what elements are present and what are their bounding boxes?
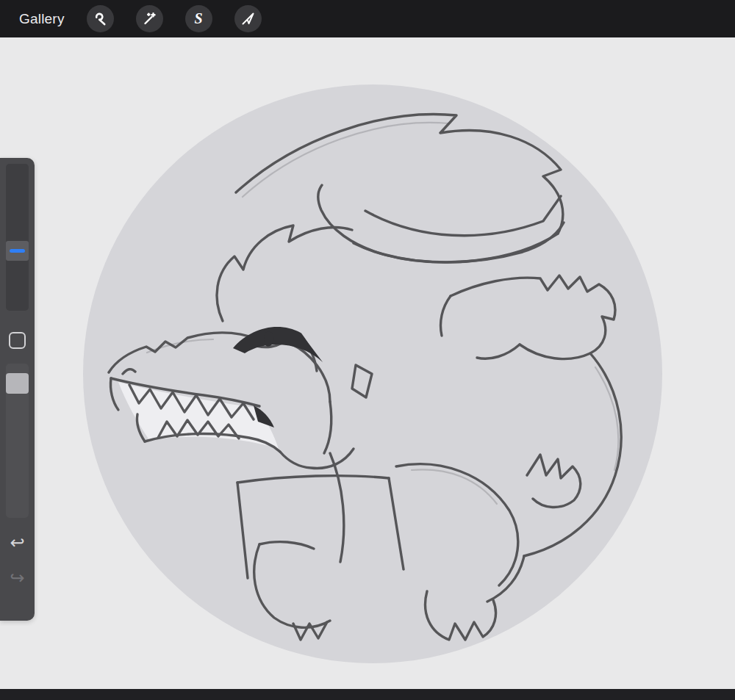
wrench-icon bbox=[93, 11, 108, 26]
selection-button[interactable]: S bbox=[185, 5, 212, 32]
brush-size-indicator bbox=[10, 249, 25, 253]
brush-size-slider[interactable] bbox=[6, 164, 29, 311]
circular-canvas bbox=[83, 84, 662, 663]
actions-button[interactable] bbox=[87, 5, 114, 32]
sidebar-controls: ↩ ↪ bbox=[0, 158, 35, 621]
undo-button[interactable]: ↩ bbox=[0, 534, 35, 552]
magic-wand-icon bbox=[142, 11, 157, 26]
gallery-button[interactable]: Gallery bbox=[19, 11, 65, 27]
opacity-slider[interactable] bbox=[6, 364, 29, 518]
adjustments-button[interactable] bbox=[136, 5, 163, 32]
top-toolbar: Gallery bbox=[0, 0, 735, 37]
bottom-bar bbox=[0, 689, 735, 700]
transform-arrow-icon bbox=[240, 11, 256, 26]
opacity-slider-thumb[interactable] bbox=[6, 373, 29, 394]
procreate-app: Gallery bbox=[0, 0, 735, 700]
canvas-artwork bbox=[0, 0, 735, 700]
modify-button[interactable] bbox=[9, 332, 26, 349]
canvas-area[interactable]: ↩ ↪ bbox=[0, 37, 735, 689]
redo-button[interactable]: ↪ bbox=[0, 569, 35, 587]
transform-button[interactable] bbox=[234, 5, 262, 32]
brush-size-slider-thumb[interactable] bbox=[6, 241, 29, 261]
selection-s-icon: S bbox=[195, 11, 203, 26]
